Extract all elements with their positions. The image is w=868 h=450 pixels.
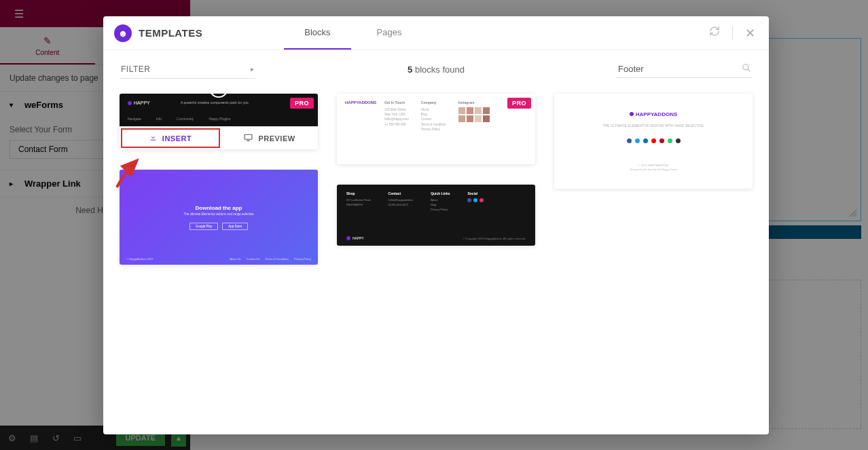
close-icon[interactable]: ✕ [742,23,758,43]
thumb-brand: HAPPYADDONS [636,111,678,117]
thumb-nav-item: Info [156,117,162,121]
chevron-right-icon: ▸ [251,65,255,73]
preview-button[interactable]: PREVIEW [221,127,318,149]
thumb-col-text: 123 Main Street New York, USA hello@happ… [384,107,409,127]
thumb-col-head: Company [421,100,446,105]
template-thumbnail: HAPPYADDONS Get In Touch123 Main Street … [337,94,535,164]
thumb-subtitle: The ultimate Elementor addons and range … [184,212,254,216]
thumb-col-head: Instagram [458,100,490,105]
thumb-tagline: A powerful creative components pack for … [181,100,249,105]
thumb-line: THE ULTIMATE ELEMENTOR ADDONS WITH HAND … [603,124,704,128]
svg-rect-15 [245,134,252,139]
thumb-nav-item: Happy Plugins [209,117,230,121]
template-card[interactable]: Shop20 Castleview Road FELEGARTH Contact… [337,185,535,246]
pro-badge: PRO [290,98,314,109]
thumb-col-text: About Blog Contact Terms & Condition Pri… [421,107,446,132]
thumb-btn: App Store [222,223,248,230]
thumb-link: Terms & Conditions [265,257,289,261]
templates-toolbar: FILTER ▸ 5 blocks found [103,50,769,88]
template-card[interactable]: HAPPY A powerful creative components pac… [120,94,318,149]
filter-label: FILTER [121,64,150,74]
thumb-col-text: 20 Castleview Road FELEGARTH [346,198,371,208]
thumb-brand: HAPPYADDONS [345,100,376,105]
insert-label: INSERT [162,134,192,143]
thumb-copy: © HappyAddons 2019 [126,257,153,261]
templates-modal: ☻ TEMPLATES Blocks Pages ✕ FILTER ▸ 5 bl… [103,16,769,434]
monitor-icon [244,134,253,143]
thumb-col-head: Social [467,191,484,195]
thumb-col-head: Quick Links [431,191,450,195]
thumb-col-head: Get In Touch [384,100,409,105]
thumb-nav-item: Community [177,117,194,121]
templates-tabs: Blocks Pages [284,16,422,50]
card-actions: INSERT PREVIEW [120,126,318,149]
thumb-btn: Google Play [189,223,219,230]
thumb-brand: HAPPY [352,236,364,240]
pro-badge: PRO [507,98,531,109]
tab-blocks[interactable]: Blocks [284,16,350,50]
search-icon[interactable] [742,63,751,75]
thumb-col-head: Shop [346,191,371,195]
template-card[interactable]: HAPPYADDONS THE ULTIMATE ELEMENTOR ADDON… [554,94,753,189]
filter-dropdown[interactable]: FILTER ▸ [120,60,255,79]
svg-line-10 [748,69,751,72]
template-thumbnail: Download the app The ultimate Elementor … [120,170,318,265]
svg-point-9 [743,64,748,70]
template-thumbnail: Shop20 Castleview Road FELEGARTH Contact… [337,185,535,246]
thumb-link: Contact Us [247,257,260,261]
zoom-icon[interactable] [209,94,228,98]
tab-pages-label: Pages [377,27,402,37]
thumb-col-text: About Blog Privacy Policy [431,198,450,212]
templates-header: ☻ TEMPLATES Blocks Pages ✕ [103,16,769,50]
thumb-col-text: hello@happyaddons 01285-456-4422 [388,198,414,208]
tab-pages[interactable]: Pages [357,16,422,50]
download-icon [149,134,157,143]
template-card[interactable]: Download the app The ultimate Elementor … [120,170,318,265]
tab-blocks-label: Blocks [304,27,330,37]
header-divider [732,26,733,40]
insert-button[interactable]: INSERT [121,128,220,148]
templates-title: TEMPLATES [139,27,202,39]
thumb-brand: HAPPY [134,100,150,105]
search-box [617,60,753,78]
thumb-nav-item: Navigate [128,117,141,121]
template-card[interactable]: HAPPYADDONS Get In Touch123 Main Street … [337,94,535,164]
blocks-count: 5 blocks found [255,64,617,75]
search-input[interactable] [618,64,742,74]
thumb-col-head: Contact [388,191,414,195]
blocks-count-suffix: blocks found [412,64,465,75]
templates-grid: HAPPY A powerful creative components pac… [103,88,769,434]
thumb-copy: © Copyright 2019 HappyAddons. All rights… [463,237,526,240]
thumb-title: Download the app [196,205,242,211]
thumb-link: Privacy Policy [294,257,311,261]
happy-addons-logo-icon: ☻ [114,24,132,42]
template-thumbnail: HAPPYADDONS THE ULTIMATE ELEMENTOR ADDON… [554,94,753,189]
sync-icon[interactable] [706,23,723,43]
thumb-link: About Us [230,257,240,261]
template-thumbnail: HAPPY A powerful creative components pac… [120,94,318,126]
thumb-footer: © 2019 HAPPYADDONS Designed with love by… [630,164,676,172]
preview-label: PREVIEW [258,134,295,143]
